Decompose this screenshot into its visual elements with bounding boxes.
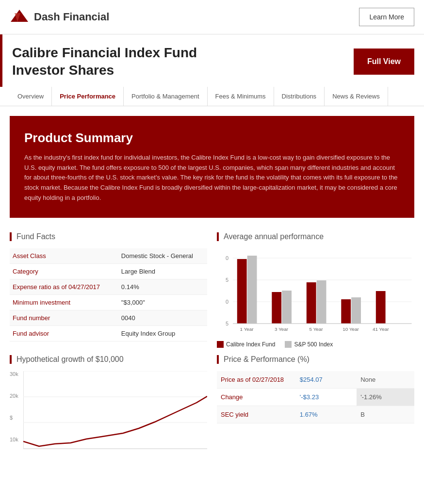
expense-ratio-value: 0.14% xyxy=(118,279,207,294)
change-value: '-$3.23 xyxy=(296,388,357,406)
svg-text:1 Year: 1 Year xyxy=(240,326,254,331)
y-label-10k: 10k xyxy=(10,437,18,442)
legend-sp500: S&P 500 Index xyxy=(285,341,333,348)
nav-tabs: Overview Price Performance Portfolio & M… xyxy=(0,87,424,106)
fund-number-label: Fund number xyxy=(10,310,118,325)
price-performance-section: Price & Performance (%) Price as of 02/2… xyxy=(217,355,414,458)
full-view-button[interactable]: Full View xyxy=(354,49,414,75)
price-none: None xyxy=(357,371,414,389)
category-value: Large Blend xyxy=(118,263,207,279)
annual-performance-section: Average annual performance 0 5 0 5 1 Yea… xyxy=(217,232,414,345)
svg-text:3 Year: 3 Year xyxy=(275,326,288,331)
learn-more-button[interactable]: Learn More xyxy=(359,8,414,26)
tab-price-performance[interactable]: Price Performance xyxy=(52,87,124,106)
svg-rect-19 xyxy=(341,299,351,324)
table-row: Fund advisor Equity Index Group xyxy=(10,325,207,341)
category-label: Category xyxy=(10,263,118,279)
header: Dash Financial Learn More xyxy=(0,0,424,34)
svg-rect-22 xyxy=(376,291,386,324)
price-performance-heading: Price & Performance (%) xyxy=(217,355,414,364)
svg-rect-11 xyxy=(247,256,257,324)
y-label-20k: 20k xyxy=(10,393,18,399)
legend-sp500-label: S&P 500 Index xyxy=(294,341,333,348)
legend-calibre: Calibre Index Fund xyxy=(217,341,275,348)
svg-text:5 Year: 5 Year xyxy=(310,326,323,331)
bar-chart: 0 5 0 5 1 Year 3 Year 5 Year 10 xyxy=(217,248,414,345)
y-label-30k: 30k xyxy=(10,371,18,377)
legend-calibre-label: Calibre Index Fund xyxy=(226,341,275,348)
title-area: Calibre Financial Index Fund Investor Sh… xyxy=(0,34,424,87)
svg-text:0: 0 xyxy=(226,255,228,260)
tab-portfolio-management[interactable]: Portfolio & Management xyxy=(124,87,207,106)
price-performance-table: Price as of 02/27/2018 $254.07 None Chan… xyxy=(217,371,414,423)
logo-icon xyxy=(10,7,29,27)
fund-advisor-value: Equity Index Group xyxy=(118,325,207,341)
hypothetical-growth-section: Hypothetical growth of $10,000 30k 20k $… xyxy=(10,355,207,458)
svg-text:10 Year: 10 Year xyxy=(342,326,359,331)
fund-facts-and-performance: Fund Facts Asset Class Domestic Stock - … xyxy=(0,228,424,350)
table-row: Expense ratio as of 04/27/2017 0.14% xyxy=(10,279,207,294)
svg-text:41 Year: 41 Year xyxy=(373,326,389,331)
fund-advisor-label: Fund advisor xyxy=(10,325,118,341)
price-date-label: Price as of 02/27/2018 xyxy=(217,371,296,389)
logo-text: Dash Financial xyxy=(34,11,109,23)
svg-rect-16 xyxy=(307,282,316,324)
growth-chart-area: 30k 20k $ 10k xyxy=(10,371,207,458)
product-summary-heading: Product Summary xyxy=(24,130,400,146)
sec-yield-value: 1.67% xyxy=(296,406,357,423)
bottom-section: Hypothetical growth of $10,000 30k 20k $… xyxy=(0,350,424,468)
table-row: SEC yield 1.67% B xyxy=(217,406,414,423)
change-label: Change xyxy=(217,388,296,406)
tab-overview[interactable]: Overview xyxy=(10,87,52,106)
growth-chart-svg xyxy=(23,371,207,454)
y-label-dollar: $ xyxy=(10,415,13,421)
fund-title-line2: Investor Shares xyxy=(12,62,197,79)
fund-facts-table: Asset Class Domestic Stock - General Cat… xyxy=(10,248,207,341)
tab-news-reviews[interactable]: News & Reviews xyxy=(325,87,388,106)
min-investment-label: Minimum investment xyxy=(10,294,118,310)
table-row: Price as of 02/27/2018 $254.07 None xyxy=(217,371,414,389)
asset-class-value: Domestic Stock - General xyxy=(118,248,207,264)
fund-title: Calibre Financial Index Fund Investor Sh… xyxy=(12,44,197,80)
table-row: Category Large Blend xyxy=(10,263,207,279)
asset-class-label: Asset Class xyxy=(10,248,118,264)
expense-ratio-label: Expense ratio as of 04/27/2017 xyxy=(10,279,118,294)
table-row: Change '-$3.23 '-1.26% xyxy=(217,388,414,406)
legend-calibre-color xyxy=(217,341,224,348)
svg-rect-13 xyxy=(272,292,281,324)
svg-rect-17 xyxy=(317,280,326,324)
tab-distributions[interactable]: Distributions xyxy=(274,87,325,106)
svg-text:5: 5 xyxy=(226,321,228,326)
svg-rect-10 xyxy=(237,259,247,324)
table-row: Asset Class Domestic Stock - General xyxy=(10,248,207,264)
fund-number-value: 0040 xyxy=(118,310,207,325)
svg-text:5: 5 xyxy=(226,277,228,282)
bar-chart-svg: 0 5 0 5 1 Year 3 Year 5 Year 10 xyxy=(217,248,414,336)
fund-facts-heading: Fund Facts xyxy=(10,232,207,241)
fund-title-line1: Calibre Financial Index Fund xyxy=(12,44,197,62)
sec-yield-rating: B xyxy=(357,406,414,423)
min-investment-value: "$3,000" xyxy=(118,294,207,310)
change-pct: '-1.26% xyxy=(357,388,414,406)
svg-text:0: 0 xyxy=(226,299,228,304)
product-summary: Product Summary As the industry's first … xyxy=(10,116,414,218)
logo-area: Dash Financial xyxy=(10,7,109,27)
legend-sp500-color xyxy=(285,341,292,348)
product-summary-body: As the industry's first index fund for i… xyxy=(24,153,400,203)
table-row: Minimum investment "$3,000" xyxy=(10,294,207,310)
svg-rect-14 xyxy=(282,291,292,324)
table-row: Fund number 0040 xyxy=(10,310,207,325)
annual-performance-heading: Average annual performance xyxy=(217,232,414,241)
fund-facts-section: Fund Facts Asset Class Domestic Stock - … xyxy=(10,232,207,345)
svg-rect-20 xyxy=(351,297,361,324)
price-value: $254.07 xyxy=(296,371,357,389)
hypothetical-growth-heading: Hypothetical growth of $10,000 xyxy=(10,355,207,364)
tab-fees-minimums[interactable]: Fees & Minimums xyxy=(208,87,274,106)
chart-legend: Calibre Index Fund S&P 500 Index xyxy=(217,341,414,348)
sec-yield-label: SEC yield xyxy=(217,406,296,423)
